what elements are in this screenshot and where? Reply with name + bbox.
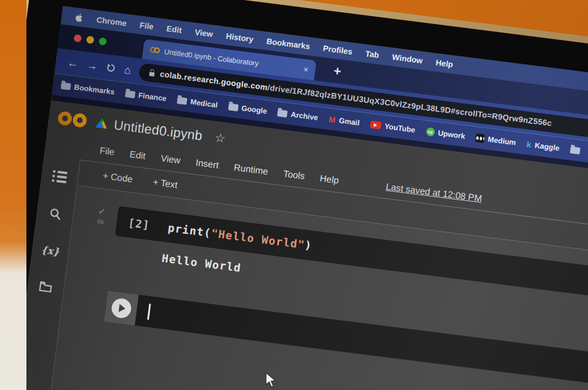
- bookmark-item[interactable]: Finance: [125, 89, 167, 103]
- menubar-item-view[interactable]: View: [194, 28, 213, 39]
- bookmark-label: Google: [241, 104, 268, 115]
- new-tab-button[interactable]: +: [333, 64, 342, 79]
- bookmark-label: Medical: [190, 98, 218, 110]
- menubar-item-file[interactable]: File: [139, 21, 154, 32]
- bookmark-item[interactable]: Medium: [475, 134, 516, 147]
- medium-icon: [475, 134, 485, 143]
- cell-status-gutter: ✓ 0s: [83, 202, 119, 236]
- menubar-item-window[interactable]: Window: [392, 52, 423, 65]
- menubar-item-history[interactable]: History: [226, 32, 254, 44]
- bookmark-item[interactable]: MGmail: [328, 115, 360, 128]
- laptop-screen: Chrome File Edit View History Bookmarks …: [0, 6, 588, 390]
- upwork-icon: up: [425, 127, 435, 137]
- menubar-item-help[interactable]: Help: [435, 58, 454, 69]
- menubar-item-tab[interactable]: Tab: [365, 49, 380, 60]
- table-of-contents-icon[interactable]: [52, 170, 67, 183]
- files-icon[interactable]: [38, 280, 53, 293]
- colab-logo-icon: [57, 110, 87, 129]
- kaggle-icon: k: [526, 139, 532, 149]
- notebook-title[interactable]: Untitled0.ipynb: [113, 117, 203, 143]
- colab-menu-file[interactable]: File: [99, 146, 115, 158]
- menubar-item-profiles[interactable]: Profiles: [323, 44, 353, 56]
- bookmark-item[interactable]: kKaggle: [526, 139, 560, 153]
- menubar-item-edit[interactable]: Edit: [166, 24, 182, 35]
- bookmark-label: Medium: [488, 135, 517, 147]
- star-icon[interactable]: ☆: [214, 131, 227, 146]
- colab-menu-help[interactable]: Help: [319, 173, 339, 186]
- colab-menu-tools[interactable]: Tools: [283, 169, 305, 182]
- bookmark-item[interactable]: Bookmarks: [60, 81, 115, 96]
- colab-menu-runtime[interactable]: Runtime: [233, 162, 268, 177]
- code-fn: print: [167, 221, 204, 239]
- menubar-item-chrome[interactable]: Chrome: [96, 15, 127, 28]
- folder-icon: [277, 109, 288, 117]
- code-string: "Hello World": [211, 227, 306, 251]
- apple-icon[interactable]: [75, 12, 84, 23]
- folder-icon: [570, 146, 580, 154]
- minimize-window-button[interactable]: [86, 36, 95, 44]
- back-icon[interactable]: ←: [67, 57, 79, 69]
- check-icon: ✓: [98, 206, 106, 217]
- bookmark-label: Bookmarks: [74, 83, 115, 96]
- run-button[interactable]: [110, 297, 132, 319]
- bookmark-label: Archive: [291, 110, 319, 122]
- forward-icon[interactable]: →: [86, 59, 98, 71]
- search-icon[interactable]: [48, 206, 62, 221]
- menubar-item-bookmarks[interactable]: Bookmarks: [266, 37, 311, 51]
- add-text-button[interactable]: + Text: [152, 177, 178, 190]
- folder-icon: [177, 96, 187, 104]
- folder-icon: [228, 103, 238, 111]
- add-code-button[interactable]: + Code: [102, 171, 133, 185]
- gmail-icon: M: [328, 115, 336, 124]
- text-cursor: [147, 303, 150, 319]
- execution-count: [2]: [127, 216, 150, 232]
- run-cell-area: [104, 291, 138, 325]
- colab-favicon: [150, 46, 160, 54]
- folder-icon: [125, 90, 135, 98]
- laptop-bezel: Chrome File Edit View History Bookmarks …: [0, 0, 588, 390]
- colab-menu-view[interactable]: View: [160, 153, 181, 166]
- bookmark-label: YouTube: [384, 122, 416, 134]
- bookmark-label: Kaggle: [534, 141, 560, 152]
- bookmark-item[interactable]: [570, 146, 580, 154]
- bookmark-item[interactable]: Archive: [277, 108, 319, 122]
- bookmark-label: Finance: [138, 91, 167, 103]
- bookmark-item[interactable]: upUpwork: [425, 127, 466, 141]
- run-time-label: 0s: [97, 217, 105, 225]
- bookmark-item[interactable]: YouTube: [370, 120, 416, 134]
- colab-menu-insert[interactable]: Insert: [195, 158, 219, 171]
- photo-stage: Chrome File Edit View History Bookmarks …: [0, 0, 588, 390]
- code-paren-close: ): [304, 239, 313, 252]
- variables-icon[interactable]: {x}: [40, 244, 60, 258]
- lock-icon[interactable]: [149, 72, 155, 76]
- youtube-icon: [370, 120, 381, 129]
- tab-close-icon[interactable]: ×: [303, 65, 309, 74]
- zoom-window-button[interactable]: [99, 37, 107, 46]
- laptop: Chrome File Edit View History Bookmarks …: [0, 0, 588, 390]
- bookmark-item[interactable]: Google: [228, 102, 268, 115]
- window-controls: [74, 34, 107, 45]
- close-window-button[interactable]: [74, 34, 82, 42]
- colab-menu-edit[interactable]: Edit: [129, 149, 146, 161]
- drive-icon: [95, 117, 109, 128]
- play-icon: [119, 304, 126, 313]
- home-icon[interactable]: ⌂: [123, 64, 131, 75]
- reload-icon[interactable]: [106, 62, 117, 73]
- bookmark-item[interactable]: Medical: [177, 96, 218, 110]
- bookmark-label: Upwork: [438, 128, 466, 141]
- mouse-cursor: [265, 372, 277, 388]
- folder-icon: [61, 82, 71, 90]
- bookmark-label: Gmail: [338, 116, 360, 127]
